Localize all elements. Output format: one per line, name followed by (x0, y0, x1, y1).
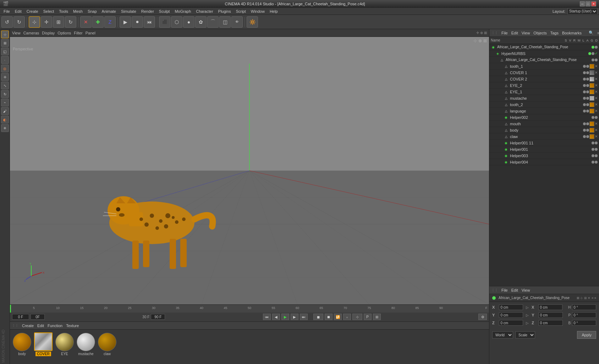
attr-view[interactable]: View (522, 288, 530, 292)
viewport-corner-controls[interactable]: ⊹ ⊕ ⊠ (473, 38, 487, 43)
mat-texture[interactable]: Texture (66, 324, 79, 328)
obj-body[interactable]: △ body ✕ (489, 127, 599, 133)
tag-x[interactable]: ✕ (595, 109, 598, 113)
obj-claw[interactable]: △ claw ✕ (489, 133, 599, 140)
obj-hypernurbs[interactable]: ◈ HyperNURBS ✓ (489, 50, 599, 57)
material-body[interactable]: body (13, 333, 31, 356)
vis-dot[interactable] (583, 90, 586, 93)
vis-dot[interactable] (583, 122, 586, 125)
attr-x2-pos[interactable]: 0 cm (538, 304, 562, 310)
obj-helper001-11[interactable]: ◉ Helper001 11 (489, 140, 599, 146)
goto-end-btn[interactable]: ⏭ (300, 314, 308, 320)
panel-menu[interactable]: Panel (86, 31, 95, 35)
material-mustache-preview[interactable] (77, 333, 95, 351)
menu-render[interactable]: Render (139, 9, 156, 14)
obj-cheetah-mesh[interactable]: △ African_Large_Cat_Cheetah_Standing_Pos… (489, 57, 599, 63)
obj-root[interactable]: ◉ African_Large_Cat_Cheetah_Standing_Pos… (489, 44, 599, 50)
y-axis-btn[interactable]: ✚ (92, 16, 104, 28)
view-menu[interactable]: View (12, 31, 21, 35)
nurbs-tool[interactable]: ✿ (195, 16, 207, 28)
material-cover[interactable]: COVER (34, 332, 53, 356)
obj-helper003[interactable]: ◉ Helper003 (489, 153, 599, 159)
vis-dot[interactable] (583, 129, 586, 132)
render-dot[interactable] (586, 135, 589, 138)
attr-p-val[interactable]: 0 ° (572, 312, 596, 318)
end-frame-input[interactable] (151, 314, 165, 320)
obj-objects[interactable]: Objects (533, 31, 546, 35)
render-dot[interactable] (586, 97, 589, 100)
left-edge-select[interactable]: ◱ (1, 48, 9, 55)
obj-mouth[interactable]: △ mouth ✕ (489, 121, 599, 127)
mat-create[interactable]: Create (22, 324, 34, 328)
record-btn[interactable]: ◼ (313, 314, 323, 320)
tex-tag[interactable] (589, 83, 594, 88)
move-tool[interactable]: ✛ (41, 16, 52, 28)
obj-cover2[interactable]: △ COVER 2 ✕ (489, 76, 599, 82)
play-btn[interactable]: ▶ (281, 314, 289, 320)
attr-z2-pos[interactable]: 0 cm (539, 320, 563, 326)
menu-plugins[interactable]: Plugins (216, 9, 233, 14)
camera-tool[interactable]: 👁 (231, 16, 243, 28)
obj-tooth1[interactable]: △ tooth_1 ✕ (489, 63, 599, 70)
keyframe-btn[interactable]: ▶ (120, 16, 131, 28)
cube-tool[interactable]: ⬛ (159, 16, 170, 28)
left-point-select[interactable]: · (1, 56, 9, 64)
menu-script[interactable]: Script (234, 9, 248, 14)
render-dot[interactable] (586, 110, 589, 112)
render-dot[interactable] (595, 46, 598, 49)
render-dot[interactable] (595, 161, 598, 164)
tex-tag[interactable] (589, 102, 594, 107)
prev-frame-btn[interactable]: ◀ (272, 314, 280, 320)
menu-edit[interactable]: Edit (13, 9, 24, 14)
spline-tool[interactable]: ⌒ (207, 16, 219, 28)
menu-character[interactable]: Character (194, 9, 215, 14)
obj-helper004[interactable]: ◉ Helper004 (489, 159, 599, 165)
options-menu[interactable]: Options (57, 31, 71, 35)
obj-bookmarks[interactable]: Bookmarks (562, 31, 582, 35)
menu-snap[interactable]: Snap (86, 9, 99, 14)
vis-dot[interactable] (592, 46, 594, 49)
vis-dot[interactable] (583, 97, 586, 100)
sphere-tool[interactable]: ● (183, 16, 194, 28)
vis-dot[interactable] (592, 148, 594, 151)
stop-btn[interactable]: ⏹ (325, 314, 333, 320)
attr-file[interactable]: File (501, 288, 508, 292)
attr-y-pos[interactable]: 0 cm (499, 312, 523, 318)
undo-button[interactable]: ↺ (1, 16, 13, 28)
record-btn[interactable]: ⏺ (132, 16, 143, 28)
vis-dot[interactable] (592, 59, 594, 61)
minimize-button[interactable]: ─ (580, 1, 585, 6)
redo-button[interactable]: ↻ (13, 16, 25, 28)
scale-tool[interactable]: ⊞ (53, 16, 64, 28)
menu-create[interactable]: Create (24, 9, 40, 14)
record-prev-btn[interactable]: ⏮ (144, 16, 155, 28)
left-texture-proj[interactable]: ◐ (1, 116, 9, 123)
tag-x[interactable]: ✕ (595, 64, 598, 68)
material-eye-preview[interactable] (55, 333, 74, 351)
viewport-canvas[interactable]: Perspective (10, 37, 489, 304)
close-button[interactable]: ✕ (591, 1, 596, 6)
tex-tag[interactable] (589, 64, 594, 69)
obj-file[interactable]: File (501, 31, 508, 35)
vis-dot[interactable] (583, 71, 586, 74)
deformer-tool[interactable]: ◫ (219, 16, 231, 28)
vis-dot[interactable] (583, 110, 586, 112)
tag-x[interactable]: ✕ (595, 128, 598, 132)
tex-tag[interactable] (589, 89, 594, 94)
display-menu[interactable]: Display (42, 31, 55, 35)
render-dot[interactable] (595, 148, 598, 151)
tex-tag[interactable] (589, 109, 594, 114)
material-body-preview[interactable] (13, 333, 31, 351)
attr-b-val[interactable]: 0 ° (572, 320, 596, 326)
render-dot[interactable] (595, 142, 598, 144)
render-dot[interactable] (586, 71, 589, 74)
menu-file[interactable]: File (1, 9, 12, 14)
obj-edit[interactable]: Edit (511, 31, 518, 35)
timeline-extra-btn[interactable]: ⊞ (373, 314, 381, 320)
tex-tag[interactable] (589, 77, 594, 82)
tag-x[interactable]: ✕ (595, 103, 598, 106)
material-claw[interactable]: claw (98, 333, 116, 356)
obj-cover1[interactable]: △ COVER 1 ✕ (489, 70, 599, 76)
timeline-ruler[interactable]: 0 5 10 15 20 25 30 35 40 45 50 55 60 65 … (10, 305, 489, 313)
obj-search-icon[interactable]: 🔍 (589, 31, 594, 35)
